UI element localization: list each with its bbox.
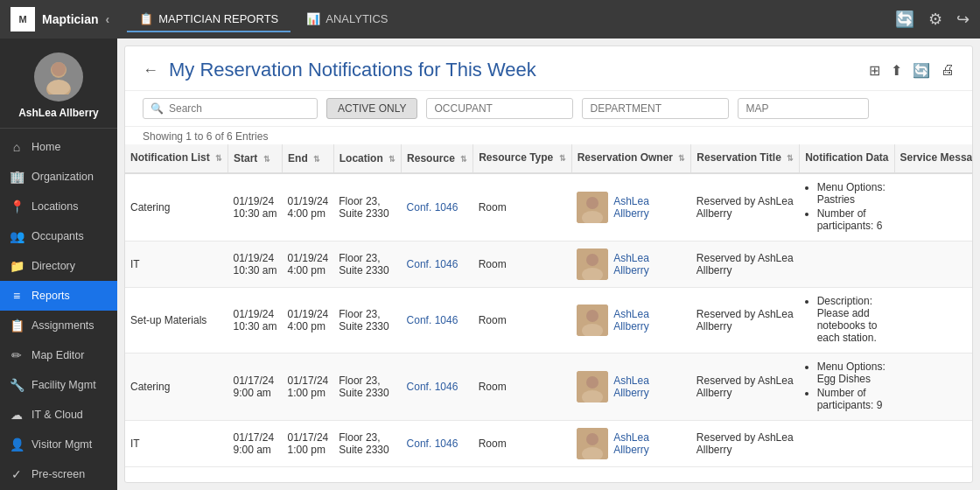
end-cell: 01/19/24 4:00 pm bbox=[283, 173, 334, 242]
sidebar-item-assignments-label: Assignments bbox=[32, 319, 108, 332]
end-cell: 01/17/24 1:00 pm bbox=[283, 353, 334, 420]
reports-icon: ≡ bbox=[9, 289, 24, 303]
resource-link[interactable]: Conf. 1046 bbox=[407, 314, 458, 326]
svg-point-5 bbox=[586, 197, 598, 209]
th-end[interactable]: End ⇅ bbox=[283, 144, 334, 173]
sidebar-item-it-cloud-label: IT & Cloud bbox=[32, 409, 108, 421]
owner-link[interactable]: AshLea Allberry bbox=[613, 308, 686, 332]
collapse-icon[interactable]: ‹ bbox=[106, 12, 110, 26]
sidebar-item-directory-label: Directory bbox=[32, 260, 108, 272]
sidebar-item-home[interactable]: ⌂ Home bbox=[0, 132, 117, 162]
page-title: My Reservation Notifications for This We… bbox=[169, 59, 536, 81]
resource-link[interactable]: Conf. 1046 bbox=[407, 381, 458, 393]
sidebar-item-pre-screen[interactable]: ✓ Pre-screen bbox=[0, 459, 117, 489]
th-service-message[interactable]: Service Message ⇅ bbox=[894, 144, 972, 173]
owner-cell-container: AshLea Allberry bbox=[577, 248, 686, 280]
owner-avatar bbox=[577, 371, 608, 402]
sidebar-nav: ⌂ Home 🏢 Organization 📍 Locations 👥 Occu… bbox=[0, 129, 117, 490]
th-start[interactable]: Start ⇅ bbox=[228, 144, 283, 173]
sidebar-item-directory[interactable]: 📁 Directory bbox=[0, 251, 117, 281]
owner-link[interactable]: AshLea Allberry bbox=[613, 195, 686, 220]
resource-link[interactable]: Conf. 1046 bbox=[407, 258, 458, 270]
resource-cell[interactable]: Conf. 1046 bbox=[402, 420, 473, 466]
notification-data-item: Menu Options: Egg Dishes bbox=[817, 360, 889, 385]
tab-analytics[interactable]: 📊 ANALYTICS bbox=[294, 7, 400, 32]
analytics-tab-label: ANALYTICS bbox=[326, 12, 388, 25]
map-editor-icon: ✏ bbox=[9, 348, 24, 362]
active-only-button[interactable]: ACTIVE ONLY bbox=[326, 98, 417, 119]
reports-tab-icon: 📋 bbox=[139, 12, 153, 25]
notification-data-cell bbox=[800, 420, 894, 466]
top-nav-tabs: 📋 MAPTICIAN REPORTS 📊 ANALYTICS bbox=[127, 7, 400, 32]
sidebar-item-it-cloud[interactable]: ☁ IT & Cloud bbox=[0, 400, 117, 430]
th-notification-list[interactable]: Notification List ⇅ bbox=[125, 144, 228, 173]
back-button[interactable]: ← bbox=[143, 61, 158, 80]
settings-icon[interactable]: ⚙ bbox=[928, 10, 942, 29]
th-reservation-title[interactable]: Reservation Title ⇅ bbox=[691, 144, 800, 173]
owner-link[interactable]: AshLea Allberry bbox=[613, 431, 686, 456]
resource-cell[interactable]: Conf. 1046 bbox=[402, 353, 473, 420]
start-cell: 01/17/24 9:00 am bbox=[228, 420, 283, 466]
resource-cell[interactable]: Conf. 1046 bbox=[402, 173, 473, 242]
table-row: IT01/17/24 9:00 am01/17/24 1:00 pmFloor … bbox=[125, 420, 972, 466]
toolbar: 🔍 ACTIVE ONLY bbox=[125, 91, 972, 127]
department-filter[interactable] bbox=[582, 98, 729, 119]
sidebar-item-assignments[interactable]: 📋 Assignments bbox=[0, 311, 117, 340]
svg-point-11 bbox=[586, 310, 598, 322]
refresh-icon[interactable]: 🔄 bbox=[895, 10, 914, 29]
reservations-table: Notification List ⇅ Start ⇅ End ⇅ Locati… bbox=[125, 144, 972, 467]
resource-cell[interactable]: Conf. 1046 bbox=[402, 241, 473, 287]
sidebar-item-organization[interactable]: 🏢 Organization bbox=[0, 162, 117, 192]
tab-maptician-reports[interactable]: 📋 MAPTICIAN REPORTS bbox=[127, 7, 290, 32]
resource-link[interactable]: Conf. 1046 bbox=[407, 438, 458, 450]
refresh-data-icon[interactable]: 🔄 bbox=[913, 62, 930, 79]
search-box[interactable]: 🔍 bbox=[143, 98, 318, 119]
locations-icon: 📍 bbox=[9, 200, 24, 214]
resource-cell[interactable]: Conf. 1046 bbox=[402, 287, 473, 353]
sidebar-item-facility-mgmt[interactable]: 🔧 Facility Mgmt bbox=[0, 370, 117, 400]
sidebar-item-locations[interactable]: 📍 Locations bbox=[0, 192, 117, 221]
sidebar-item-locations-label: Locations bbox=[32, 200, 108, 213]
map-filter[interactable] bbox=[738, 98, 869, 119]
notification-list-cell: Set-up Materials bbox=[125, 287, 228, 353]
sidebar-profile: AshLea Allberry bbox=[0, 38, 117, 129]
svg-point-8 bbox=[586, 254, 598, 266]
it-cloud-icon: ☁ bbox=[9, 408, 24, 422]
print-icon[interactable]: 🖨 bbox=[941, 62, 955, 78]
sidebar-item-map-editor[interactable]: ✏ Map Editor bbox=[0, 340, 117, 370]
reservation-title-cell: Reserved by AshLea Allberry bbox=[691, 420, 800, 466]
reservation-owner-cell: AshLea Allberry bbox=[571, 241, 691, 287]
search-input[interactable] bbox=[169, 102, 310, 115]
grid-view-icon[interactable]: ⊞ bbox=[869, 62, 880, 79]
service-message-cell bbox=[894, 420, 972, 466]
sidebar-item-occupants[interactable]: 👥 Occupants bbox=[0, 221, 117, 251]
location-cell: Floor 23, Suite 2330 bbox=[333, 173, 401, 242]
th-notification-data[interactable]: Notification Data bbox=[800, 144, 894, 173]
sidebar-item-visitor-mgmt[interactable]: 👤 Visitor Mgmt bbox=[0, 430, 117, 459]
sidebar-username: AshLea Allberry bbox=[18, 107, 99, 119]
visitor-icon: 👤 bbox=[9, 438, 24, 452]
notification-data-item: Number of participants: 9 bbox=[817, 387, 889, 411]
th-reservation-owner[interactable]: Reservation Owner ⇅ bbox=[571, 144, 691, 173]
notification-list-cell: IT bbox=[125, 241, 228, 287]
analytics-tab-icon: 📊 bbox=[306, 12, 320, 25]
th-location[interactable]: Location ⇅ bbox=[333, 144, 401, 173]
export-icon[interactable]: ⬆ bbox=[891, 62, 902, 79]
owner-link[interactable]: AshLea Allberry bbox=[613, 374, 686, 399]
owner-link[interactable]: AshLea Allberry bbox=[613, 252, 686, 276]
occupant-filter[interactable] bbox=[426, 98, 573, 119]
th-resource[interactable]: Resource ⇅ bbox=[402, 144, 473, 173]
sidebar-item-reports[interactable]: ≡ Reports bbox=[0, 281, 117, 311]
showing-entries: Showing 1 to 6 of 6 Entries bbox=[125, 127, 972, 144]
notification-data-item: Number of participants: 6 bbox=[817, 207, 889, 232]
logout-icon[interactable]: ↪ bbox=[956, 10, 970, 29]
resource-type-cell: Room bbox=[473, 420, 571, 466]
brand-logo: M bbox=[10, 7, 35, 32]
th-resource-type[interactable]: Resource Type ⇅ bbox=[473, 144, 571, 173]
main-layout: AshLea Allberry ⌂ Home 🏢 Organization 📍 … bbox=[0, 38, 980, 490]
notification-data-item: Description: Please add notebooks to eac… bbox=[817, 295, 889, 344]
brand[interactable]: M Maptician ‹ bbox=[10, 7, 109, 32]
resource-link[interactable]: Conf. 1046 bbox=[407, 201, 458, 214]
notification-data-item: Menu Options: Pastries bbox=[817, 181, 889, 206]
reservation-title-cell: Reserved by AshLea Allberry bbox=[691, 353, 800, 420]
